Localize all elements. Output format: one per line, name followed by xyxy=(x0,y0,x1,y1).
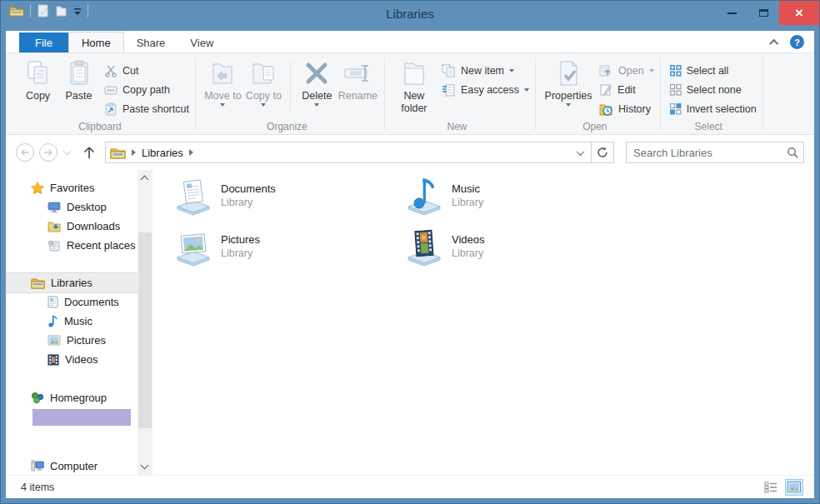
recent-locations-chevron-icon[interactable] xyxy=(63,147,72,156)
tile-name: Pictures xyxy=(221,233,260,246)
tab-share[interactable]: Share xyxy=(124,32,178,52)
minimize-ribbon-icon[interactable] xyxy=(769,38,778,47)
tile-name: Music xyxy=(452,182,483,195)
copy-path-button[interactable]: Copy path xyxy=(104,82,189,97)
copy-to-button[interactable]: Copy to xyxy=(243,57,284,107)
new-folder-button[interactable]: New folder xyxy=(392,57,437,115)
delete-icon xyxy=(304,58,329,88)
sidebar-item-homegroup[interactable]: Homegroup xyxy=(6,388,138,407)
sidebar-item-recent-places[interactable]: Recent places xyxy=(6,236,138,255)
select-none-icon xyxy=(669,83,682,96)
sidebar-scrollbar[interactable] xyxy=(138,170,152,475)
breadcrumb-arrow-icon[interactable] xyxy=(189,149,193,156)
select-none-button[interactable]: Select none xyxy=(669,82,757,97)
music-note-icon xyxy=(48,315,58,327)
cut-button[interactable]: Cut xyxy=(104,63,189,77)
documents-library-icon xyxy=(174,177,212,217)
tile-documents[interactable]: Documents Library xyxy=(174,177,395,217)
history-button[interactable]: History xyxy=(599,102,654,116)
open-button[interactable]: Open xyxy=(599,63,654,77)
copy-icon xyxy=(26,58,51,88)
minimize-button[interactable] xyxy=(716,1,748,25)
computer-icon xyxy=(31,460,44,472)
search-box[interactable] xyxy=(626,142,804,163)
close-icon: × xyxy=(795,6,803,20)
tab-view[interactable]: View xyxy=(178,32,226,52)
scroll-down-icon[interactable] xyxy=(141,462,149,470)
help-icon[interactable]: ? xyxy=(790,35,804,49)
thumbnail-view-icon xyxy=(788,482,801,492)
rename-icon xyxy=(343,58,372,88)
scroll-up-icon[interactable] xyxy=(141,176,149,184)
edit-button[interactable]: Edit xyxy=(599,82,654,97)
edit-icon xyxy=(599,83,612,97)
maximize-button[interactable] xyxy=(748,1,779,25)
tile-type: Library xyxy=(452,197,483,208)
videos-library-icon xyxy=(405,227,443,267)
tile-type: Library xyxy=(221,197,276,208)
paste-button[interactable]: Paste xyxy=(58,57,99,102)
back-button[interactable] xyxy=(16,143,34,162)
delete-button[interactable]: Delete xyxy=(297,57,338,107)
forward-button[interactable] xyxy=(39,143,58,162)
paste-icon xyxy=(68,58,90,88)
group-label-new: New xyxy=(385,121,529,132)
tile-name: Videos xyxy=(452,233,485,246)
new-item-icon xyxy=(442,64,456,77)
sidebar-item-documents[interactable]: Documents xyxy=(6,292,138,312)
tab-home[interactable]: Home xyxy=(68,32,124,52)
tab-file[interactable]: File xyxy=(19,32,68,52)
refresh-button[interactable] xyxy=(592,142,613,162)
pictures-library-icon xyxy=(174,227,212,267)
caption-buttons: × xyxy=(716,1,819,25)
rename-button[interactable]: Rename xyxy=(338,57,378,102)
homegroup-icon xyxy=(31,392,44,404)
select-all-button[interactable]: Select all xyxy=(669,63,757,77)
paste-shortcut-icon xyxy=(104,102,118,116)
search-input[interactable] xyxy=(633,147,787,159)
ribbon-tab-row: File Home Share View ? xyxy=(6,31,814,52)
sidebar-item-music[interactable]: Music xyxy=(6,312,138,331)
libraries-icon xyxy=(31,277,45,289)
dropdown-caret xyxy=(524,88,529,92)
move-to-button[interactable]: Move to xyxy=(202,57,243,107)
address-dropdown-button[interactable] xyxy=(569,142,591,162)
paste-shortcut-button[interactable]: Paste shortcut xyxy=(104,102,189,116)
scrollbar-thumb[interactable] xyxy=(138,232,152,428)
sidebar-item-pictures[interactable]: Pictures xyxy=(6,331,138,350)
redacted-username-bar xyxy=(32,409,131,426)
dropdown-caret xyxy=(314,103,319,107)
sidebar-item-computer[interactable]: Computer xyxy=(6,457,138,475)
breadcrumb-bar[interactable]: Libraries xyxy=(105,142,614,163)
sidebar-item-favorites[interactable]: Favorites xyxy=(6,178,138,197)
details-view-button[interactable] xyxy=(762,480,779,495)
ribbon-group-new: New folder New item Easy acces xyxy=(385,53,536,134)
invert-selection-icon xyxy=(669,102,682,115)
tile-videos[interactable]: Videos Library xyxy=(405,227,626,267)
cut-icon xyxy=(104,64,118,77)
sidebar-item-downloads[interactable]: Downloads xyxy=(6,217,138,236)
open-icon xyxy=(599,64,613,77)
thumbnail-view-button[interactable] xyxy=(786,480,802,495)
search-icon[interactable] xyxy=(787,147,798,158)
new-item-button[interactable]: New item xyxy=(442,63,529,77)
close-button[interactable]: × xyxy=(779,1,819,25)
sidebar-item-libraries[interactable]: Libraries xyxy=(6,273,138,292)
dropdown-caret xyxy=(261,103,266,107)
up-button[interactable] xyxy=(83,146,95,159)
properties-button[interactable]: Properties xyxy=(542,57,594,107)
copy-button[interactable]: Copy xyxy=(18,57,58,102)
easy-access-button[interactable]: Easy access xyxy=(442,82,529,97)
breadcrumb-libraries[interactable]: Libraries xyxy=(142,147,183,159)
sidebar-item-desktop[interactable]: Desktop xyxy=(6,197,138,217)
tile-pictures[interactable]: Pictures Library xyxy=(174,227,395,267)
desktop-icon xyxy=(48,202,61,213)
tile-music[interactable]: Music Library xyxy=(405,177,626,217)
window-title: Libraries xyxy=(1,7,819,21)
sidebar-item-videos[interactable]: Videos xyxy=(6,350,138,369)
tile-type: Library xyxy=(452,247,485,259)
invert-selection-button[interactable]: Invert selection xyxy=(669,102,757,116)
pictures-icon xyxy=(48,335,61,346)
breadcrumb-arrow-icon[interactable] xyxy=(132,149,136,156)
group-label-organize: Organize xyxy=(196,121,378,132)
